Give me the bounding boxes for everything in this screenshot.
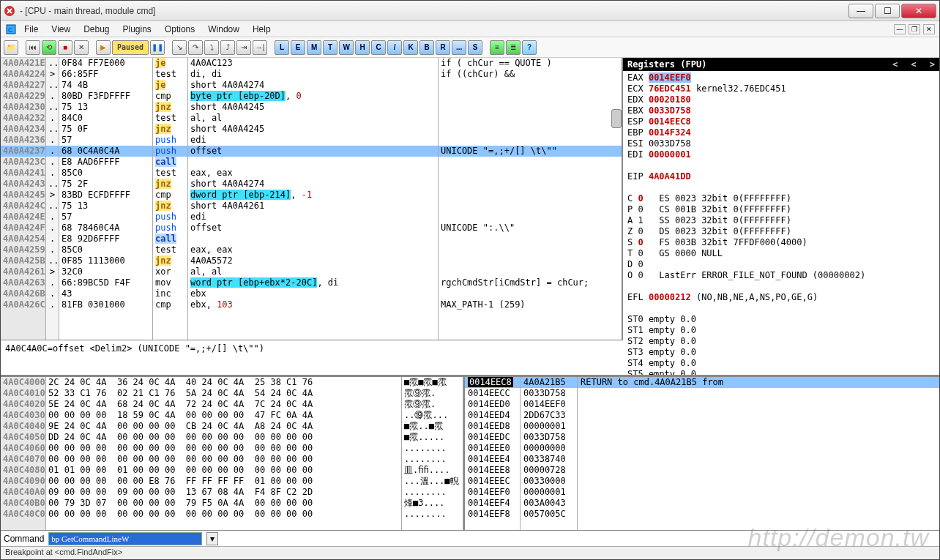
register-flag-line[interactable]: P 0 CS 001B 32bit 0(FFFFFFFF) bbox=[627, 204, 935, 215]
view-w-button[interactable]: W bbox=[339, 40, 354, 55]
pause-button[interactable]: ❚❚ bbox=[150, 40, 165, 55]
view-t-button[interactable]: T bbox=[323, 40, 337, 55]
view-k-button[interactable]: K bbox=[403, 40, 418, 55]
stack-address[interactable]: 0014EEE4 bbox=[465, 454, 520, 465]
dump-hex-row[interactable]: 09 00 00 00 09 00 00 00 13 67 08 4A F4 8… bbox=[46, 487, 401, 498]
regs-next-icon[interactable]: > bbox=[930, 59, 935, 70]
stack-value[interactable]: 00330000 bbox=[521, 476, 577, 487]
stack-address[interactable]: 0014EEE8 bbox=[465, 465, 520, 476]
disasm-address[interactable]: 4A0A4237 bbox=[1, 146, 45, 157]
register-flag-line[interactable]: S 0 FS 003B 32bit 7FFDF000(4000) bbox=[627, 237, 935, 248]
stack-value[interactable]: 0014EEF0 bbox=[521, 399, 577, 410]
registers-pane[interactable]: Registers (FPU) <<> EAX 0014EEF0ECX 76ED… bbox=[623, 58, 939, 375]
mdi-restore-button[interactable]: ❐ bbox=[909, 24, 920, 34]
register-flag-line[interactable]: ST5 empty 0.0 bbox=[627, 369, 935, 375]
disasm-address[interactable]: 4A0A4230 bbox=[1, 102, 45, 113]
dump-address[interactable]: 4A0C4080 bbox=[1, 465, 45, 476]
maximize-button[interactable]: ☐ bbox=[875, 4, 900, 18]
dump-address[interactable]: 4A0C4020 bbox=[1, 399, 45, 410]
disasm-address[interactable]: 4A0A424C bbox=[1, 201, 45, 212]
stack-address[interactable]: 0014EEEC bbox=[465, 476, 520, 487]
register-flag-line[interactable]: A 1 SS 0023 32bit 0(FFFFFFFF) bbox=[627, 215, 935, 226]
view-c-button[interactable]: C bbox=[371, 40, 386, 55]
register-esp[interactable]: ESP 0014EEC8 bbox=[627, 116, 935, 127]
disasm-address[interactable]: 4A0A4224 bbox=[1, 69, 45, 80]
register-efl[interactable]: EFL 00000212 (NO,NB,NE,A,NS,PO,GE,G) bbox=[627, 292, 935, 303]
minimize-button[interactable]: — bbox=[848, 4, 873, 18]
view-b-button[interactable]: B bbox=[419, 40, 434, 55]
register-flag-line[interactable]: Z 0 DS 0023 32bit 0(FFFFFFFF) bbox=[627, 226, 935, 237]
stack-address[interactable]: 0014EEF4 bbox=[465, 498, 520, 509]
disasm-address[interactable]: 4A0A425B bbox=[1, 255, 45, 266]
cpu-icon[interactable]: C bbox=[5, 23, 17, 35]
register-eip[interactable]: EIP 4A0A41DD bbox=[627, 171, 935, 182]
disasm-address[interactable]: 4A0A4232 bbox=[1, 113, 45, 124]
disasm-address[interactable]: 4A0A421E bbox=[1, 58, 45, 69]
register-eax[interactable]: EAX 0014EEF0 bbox=[627, 72, 935, 83]
dump-hex-row[interactable]: 00 79 3D 07 00 00 00 00 79 F5 0A 4A 00 0… bbox=[46, 498, 401, 509]
menu-file[interactable]: File bbox=[18, 23, 44, 36]
regs-prev2-icon[interactable]: < bbox=[911, 59, 917, 70]
dump-address[interactable]: 4A0C4010 bbox=[1, 388, 45, 399]
register-edi[interactable]: EDI 00000001 bbox=[627, 149, 935, 160]
view-e-button[interactable]: E bbox=[291, 40, 305, 55]
menu-plugins[interactable]: Plugins bbox=[117, 23, 157, 36]
stack-address[interactable]: 0014EEF8 bbox=[465, 509, 520, 520]
run-to-cursor-button[interactable]: →| bbox=[253, 40, 267, 55]
restart-button[interactable]: ⟲ bbox=[42, 40, 56, 55]
dump-hex-row[interactable]: 00 00 00 00 18 59 0C 4A 00 00 00 00 47 F… bbox=[46, 410, 401, 421]
dump-hex-row[interactable]: 00 00 00 00 00 00 00 00 00 00 00 00 00 0… bbox=[46, 509, 401, 520]
disasm-address[interactable]: 4A0A4261 bbox=[1, 266, 45, 277]
dump-hex-row[interactable]: DD 24 0C 4A 00 00 00 00 00 00 00 00 00 0… bbox=[46, 432, 401, 443]
disasm-address[interactable]: 4A0A4241 bbox=[1, 168, 45, 179]
register-ebp[interactable]: EBP 0014F324 bbox=[627, 127, 935, 138]
disasm-address[interactable]: 4A0A4236 bbox=[1, 135, 45, 146]
view-h-button[interactable]: H bbox=[355, 40, 370, 55]
rewind-button[interactable]: ⏮ bbox=[26, 40, 40, 55]
open-button[interactable]: 📁 bbox=[4, 40, 18, 55]
command-dropdown[interactable]: ▾ bbox=[206, 532, 218, 545]
disasm-address[interactable]: 4A0A4254 bbox=[1, 234, 45, 244]
stack-address[interactable]: 0014EEF0 bbox=[465, 487, 520, 498]
dump-hex-row[interactable]: 5E 24 0C 4A 68 24 0C 4A 72 24 0C 4A 7C 2… bbox=[46, 399, 401, 410]
menu-help[interactable]: Help bbox=[247, 23, 277, 36]
dump-address[interactable]: 4A0C4060 bbox=[1, 443, 45, 454]
appearance-button[interactable]: ≣ bbox=[506, 40, 521, 55]
stack-value[interactable]: 003A0043 bbox=[521, 498, 577, 509]
dump-address[interactable]: 4A0C40B0 bbox=[1, 498, 45, 509]
run-button[interactable]: ▶ bbox=[96, 40, 111, 55]
dump-address[interactable]: 4A0C4070 bbox=[1, 454, 45, 465]
help-button[interactable]: ? bbox=[522, 40, 537, 55]
stack-address[interactable]: 0014EED4 bbox=[465, 410, 520, 421]
step-over-button[interactable]: ↷ bbox=[188, 40, 203, 55]
disasm-address[interactable]: 4A0A424E bbox=[1, 212, 45, 223]
dump-hex-row[interactable]: 2C 24 0C 4A 36 24 0C 4A 40 24 0C 4A 25 3… bbox=[46, 377, 401, 388]
dump-address[interactable]: 4A0C4090 bbox=[1, 476, 45, 487]
mdi-minimize-button[interactable]: — bbox=[894, 24, 906, 34]
disasm-address[interactable]: 4A0A4259 bbox=[1, 244, 45, 255]
register-flag-line[interactable]: C 0 ES 0023 32bit 0(FFFFFFFF) bbox=[627, 193, 935, 204]
dump-hex-row[interactable]: 52 33 C1 76 02 21 C1 76 5A 24 0C 4A 54 2… bbox=[46, 388, 401, 399]
register-flag-line[interactable]: D 0 bbox=[627, 259, 935, 270]
disasm-address[interactable]: 4A0A423C bbox=[1, 157, 45, 168]
disasm-address[interactable]: 4A0A424F bbox=[1, 223, 45, 234]
stack-address[interactable]: 0014EED8 bbox=[465, 421, 520, 432]
stack-value[interactable]: 0033D758 bbox=[521, 388, 577, 399]
dump-hex-row[interactable]: 00 00 00 00 00 00 00 00 00 00 00 00 00 0… bbox=[46, 454, 401, 465]
stack-value[interactable]: 00000728 bbox=[521, 465, 577, 476]
register-flag-line[interactable]: ST3 empty 0.0 bbox=[627, 347, 935, 358]
regs-prev-icon[interactable]: < bbox=[892, 59, 898, 70]
stack-address[interactable]: 0014EED0 bbox=[465, 399, 520, 410]
menu-window[interactable]: Window bbox=[202, 23, 245, 36]
stack-value[interactable]: 0033D758 bbox=[521, 432, 577, 443]
register-edx[interactable]: EDX 00020180 bbox=[627, 94, 935, 105]
view-m-button[interactable]: M bbox=[307, 40, 321, 55]
disasm-address[interactable]: 4A0A4227 bbox=[1, 80, 45, 91]
stack-value[interactable]: 4A0A21B5 bbox=[521, 377, 577, 388]
dump-address[interactable]: 4A0C40A0 bbox=[1, 487, 45, 498]
dump-hex-row[interactable]: 9E 24 0C 4A 00 00 00 00 CB 24 0C 4A A8 2… bbox=[46, 421, 401, 432]
close-button[interactable]: ✕ bbox=[901, 4, 936, 18]
register-flag-line[interactable]: ST1 empty 0.0 bbox=[627, 325, 935, 336]
trace-into-button[interactable]: ⤵ bbox=[204, 40, 219, 55]
stack-address[interactable]: 0014EEE0 bbox=[465, 443, 520, 454]
